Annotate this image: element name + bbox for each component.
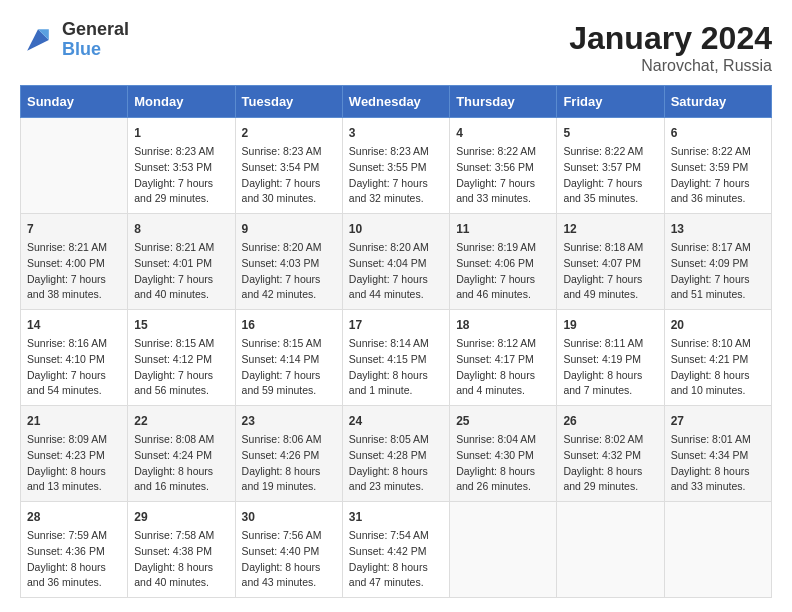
day-info: and 16 minutes. [134,479,228,495]
day-info: Sunset: 3:54 PM [242,160,336,176]
day-info: Sunrise: 8:20 AM [349,240,443,256]
day-info: Daylight: 7 hours [242,272,336,288]
week-row-4: 21Sunrise: 8:09 AMSunset: 4:23 PMDayligh… [21,406,772,502]
day-info: Sunset: 4:17 PM [456,352,550,368]
day-info: and 29 minutes. [563,479,657,495]
day-number: 9 [242,220,336,238]
day-number: 14 [27,316,121,334]
day-number: 12 [563,220,657,238]
day-info: Daylight: 8 hours [134,560,228,576]
day-info: Daylight: 8 hours [349,464,443,480]
day-number: 5 [563,124,657,142]
header-day-tuesday: Tuesday [235,86,342,118]
header-day-monday: Monday [128,86,235,118]
day-info: Daylight: 8 hours [563,368,657,384]
day-info: Sunrise: 7:59 AM [27,528,121,544]
day-number: 24 [349,412,443,430]
day-info: Sunset: 4:21 PM [671,352,765,368]
title-block: January 2024 Narovchat, Russia [569,20,772,75]
day-info: Sunset: 4:14 PM [242,352,336,368]
calendar-cell: 30Sunrise: 7:56 AMSunset: 4:40 PMDayligh… [235,502,342,598]
day-info: Sunrise: 8:21 AM [27,240,121,256]
day-info: Sunset: 4:12 PM [134,352,228,368]
calendar-cell: 21Sunrise: 8:09 AMSunset: 4:23 PMDayligh… [21,406,128,502]
day-number: 19 [563,316,657,334]
day-info: Daylight: 8 hours [242,464,336,480]
day-info: Sunset: 4:15 PM [349,352,443,368]
day-info: Sunset: 4:10 PM [27,352,121,368]
day-info: Sunrise: 8:11 AM [563,336,657,352]
day-info: Sunset: 4:07 PM [563,256,657,272]
header-day-sunday: Sunday [21,86,128,118]
calendar-cell: 15Sunrise: 8:15 AMSunset: 4:12 PMDayligh… [128,310,235,406]
day-info: and 7 minutes. [563,383,657,399]
day-info: Sunrise: 7:54 AM [349,528,443,544]
day-info: Sunrise: 8:23 AM [349,144,443,160]
main-title: January 2024 [569,20,772,57]
day-info: Sunset: 4:40 PM [242,544,336,560]
day-info: and 4 minutes. [456,383,550,399]
day-info: Daylight: 7 hours [134,176,228,192]
day-info: and 40 minutes. [134,287,228,303]
day-info: Daylight: 7 hours [563,272,657,288]
day-info: Sunset: 4:30 PM [456,448,550,464]
calendar-cell: 17Sunrise: 8:14 AMSunset: 4:15 PMDayligh… [342,310,449,406]
day-info: Sunrise: 8:23 AM [134,144,228,160]
day-info: and 26 minutes. [456,479,550,495]
day-number: 25 [456,412,550,430]
calendar-cell: 11Sunrise: 8:19 AMSunset: 4:06 PMDayligh… [450,214,557,310]
day-info: and 40 minutes. [134,575,228,591]
week-row-1: 1Sunrise: 8:23 AMSunset: 3:53 PMDaylight… [21,118,772,214]
day-info: Daylight: 8 hours [456,368,550,384]
day-info: Sunset: 4:00 PM [27,256,121,272]
day-info: Sunset: 4:04 PM [349,256,443,272]
calendar-cell: 22Sunrise: 8:08 AMSunset: 4:24 PMDayligh… [128,406,235,502]
calendar-table: SundayMondayTuesdayWednesdayThursdayFrid… [20,85,772,598]
day-info: and 54 minutes. [27,383,121,399]
day-info: and 46 minutes. [456,287,550,303]
logo-text: General Blue [62,20,129,60]
calendar-cell [21,118,128,214]
day-info: Daylight: 7 hours [671,272,765,288]
day-info: and 44 minutes. [349,287,443,303]
day-number: 27 [671,412,765,430]
header-day-thursday: Thursday [450,86,557,118]
day-info: Daylight: 8 hours [349,560,443,576]
day-number: 17 [349,316,443,334]
day-number: 2 [242,124,336,142]
day-info: and 33 minutes. [671,479,765,495]
day-info: Sunset: 4:03 PM [242,256,336,272]
day-info: Daylight: 8 hours [134,464,228,480]
week-row-5: 28Sunrise: 7:59 AMSunset: 4:36 PMDayligh… [21,502,772,598]
day-info: and 49 minutes. [563,287,657,303]
day-info: and 32 minutes. [349,191,443,207]
day-info: Sunrise: 7:56 AM [242,528,336,544]
day-info: Sunset: 4:28 PM [349,448,443,464]
day-info: and 23 minutes. [349,479,443,495]
day-info: Daylight: 7 hours [242,176,336,192]
calendar-cell: 24Sunrise: 8:05 AMSunset: 4:28 PMDayligh… [342,406,449,502]
day-info: and 42 minutes. [242,287,336,303]
day-info: and 43 minutes. [242,575,336,591]
day-info: Daylight: 7 hours [134,368,228,384]
day-info: Sunrise: 8:05 AM [349,432,443,448]
calendar-cell: 14Sunrise: 8:16 AMSunset: 4:10 PMDayligh… [21,310,128,406]
day-info: Sunset: 4:36 PM [27,544,121,560]
day-info: Daylight: 8 hours [563,464,657,480]
day-info: Sunrise: 8:23 AM [242,144,336,160]
day-info: Sunrise: 8:22 AM [671,144,765,160]
calendar-cell: 2Sunrise: 8:23 AMSunset: 3:54 PMDaylight… [235,118,342,214]
day-info: Daylight: 8 hours [456,464,550,480]
day-info: Sunset: 4:32 PM [563,448,657,464]
day-info: Daylight: 7 hours [456,176,550,192]
day-number: 7 [27,220,121,238]
day-number: 23 [242,412,336,430]
day-info: and 10 minutes. [671,383,765,399]
day-info: Sunset: 3:53 PM [134,160,228,176]
day-info: Sunrise: 8:06 AM [242,432,336,448]
day-info: Daylight: 7 hours [563,176,657,192]
calendar-cell: 7Sunrise: 8:21 AMSunset: 4:00 PMDaylight… [21,214,128,310]
calendar-cell [557,502,664,598]
day-number: 21 [27,412,121,430]
subtitle: Narovchat, Russia [569,57,772,75]
